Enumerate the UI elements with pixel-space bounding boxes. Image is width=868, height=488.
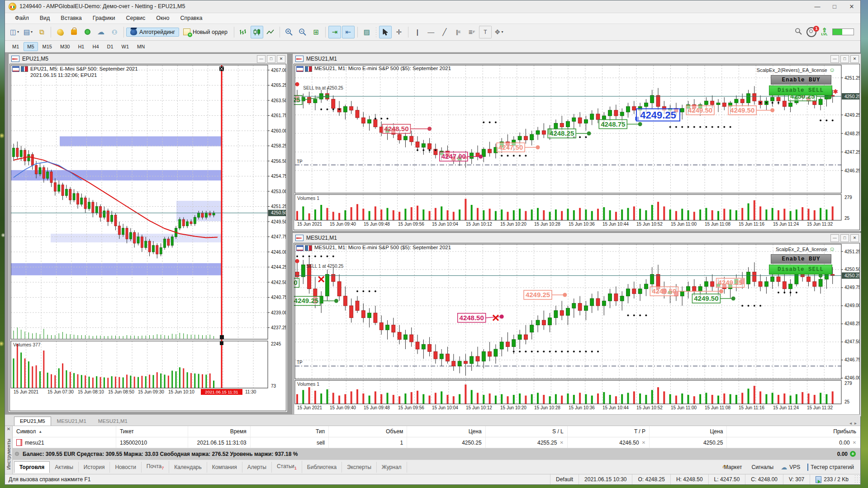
timeframe-button-H1[interactable]: H1 — [74, 42, 88, 51]
new-chart-button[interactable]: ◫▾ — [8, 26, 21, 38]
chart-maximize-button[interactable]: □ — [267, 55, 275, 63]
timeframe-button-M30[interactable]: M30 — [57, 42, 73, 51]
toolbox-tab-Почта[interactable]: Почта7 — [142, 461, 169, 473]
chart-tab-scroll[interactable]: ◂▸ — [849, 421, 860, 426]
position-row[interactable]: mesu211350020102021.06.15 11:31:03sell14… — [13, 437, 860, 448]
new-order-button[interactable]: Новый ордер — [179, 27, 232, 37]
enable-buy-button[interactable]: Enable BUY — [771, 75, 831, 85]
trendline-tool[interactable]: ╱ — [438, 26, 451, 38]
crosshair-tool-button[interactable]: ✛ — [393, 26, 405, 38]
chart-window-mesu21-m1-top[interactable]: MESU21,M1 — □ ✕ TP4250.254248.504247.004… — [292, 53, 861, 232]
depth-of-market-icon[interactable] — [296, 245, 304, 251]
minimize-button[interactable]: — — [809, 0, 826, 12]
bar-chart-mode-button[interactable] — [237, 26, 250, 38]
layouts-button[interactable]: ⧉ — [35, 26, 48, 38]
timeframe-button-MN[interactable]: MN — [133, 42, 148, 51]
service-button-Тестер стратегий[interactable]: Тестер стратегий — [807, 464, 854, 470]
clear-value-icon[interactable]: ✕ — [853, 440, 856, 445]
tab-scroll-left-icon[interactable]: ◂ — [849, 421, 852, 426]
column-header-9[interactable]: Прибыль — [727, 426, 860, 437]
maximize-button[interactable]: □ — [826, 0, 843, 12]
tab-scroll-right-icon[interactable]: ▸ — [854, 421, 857, 426]
profiles-button[interactable]: ▤▾ — [22, 26, 34, 38]
service-button-Маркет[interactable]: Маркет — [721, 464, 742, 470]
chart-shift-icon[interactable]: ⇤ — [342, 26, 355, 38]
depth-of-market-icon[interactable] — [296, 66, 304, 72]
toolbox-tab-Новости[interactable]: Новости — [110, 462, 141, 473]
menu-item-Файл[interactable]: Файл — [9, 14, 34, 22]
toolbox-tab-Эксперты[interactable]: Эксперты — [342, 462, 377, 473]
fibonacci-tool[interactable]: ≣F — [465, 26, 478, 38]
toolbox-tab-История[interactable]: История — [79, 462, 110, 473]
timeframe-button-M5[interactable]: M5 — [24, 42, 38, 51]
chart-tab-2[interactable]: MESU21,M1 — [92, 417, 133, 426]
column-header-6[interactable]: S / L — [486, 426, 568, 437]
column-header-2[interactable]: Время — [188, 426, 250, 437]
menu-item-Сервис[interactable]: Сервис — [121, 14, 151, 22]
toolbox-tab-Активы[interactable]: Активы — [50, 462, 79, 473]
disable-sell-button[interactable]: Disable SELL — [769, 85, 832, 95]
toolbox-tab-Торговля[interactable]: Торговля — [14, 461, 50, 473]
timeframe-button-W1[interactable]: W1 — [118, 42, 133, 51]
vps-icon[interactable]: ☁ — [95, 26, 107, 38]
menu-item-Вид[interactable]: Вид — [34, 14, 56, 22]
market-icon[interactable] — [67, 26, 80, 38]
menu-item-Вставка[interactable]: Вставка — [55, 14, 87, 22]
clear-value-icon[interactable]: ✕ — [560, 440, 563, 445]
chart-snapshot-icon[interactable]: ▨ — [360, 26, 373, 38]
chart-close-button[interactable]: ✕ — [850, 55, 859, 63]
depth-of-market-icon[interactable] — [12, 66, 19, 72]
menu-item-Графики[interactable]: Графики — [87, 14, 121, 22]
column-header-0[interactable]: Символ▲ — [13, 426, 116, 437]
disable-sell-button[interactable]: Disable SELL — [769, 265, 832, 275]
toolbox-sidebar[interactable]: ✕ Инструменты — [5, 426, 13, 474]
menu-item-Справка[interactable]: Справка — [175, 14, 208, 22]
chart-tab-1[interactable]: MESU21,M1 — [51, 417, 92, 426]
candlestick-mode-button[interactable] — [251, 26, 263, 38]
chart-maximize-button[interactable]: □ — [840, 55, 849, 63]
vertical-line-tool[interactable]: | — [411, 26, 424, 38]
column-header-8[interactable]: Цена — [650, 426, 727, 437]
cursor-tool-button[interactable] — [379, 26, 392, 38]
one-click-trading-icon[interactable] — [21, 66, 28, 72]
menu-item-Окно[interactable]: Окно — [151, 14, 175, 22]
chart-maximize-button[interactable]: □ — [840, 234, 849, 242]
deposit-icon[interactable] — [54, 26, 66, 38]
text-tool[interactable]: T — [479, 26, 492, 38]
chart-window-titlebar[interactable]: MESU21,M1 — □ ✕ — [293, 54, 861, 64]
chart-window-mesu21-m1-bottom[interactable]: MESU21,M1 — □ ✕ TP✱4250.004249.254248.50… — [292, 232, 861, 417]
chart-minimize-button[interactable]: — — [830, 55, 839, 63]
timeframe-button-H4[interactable]: H4 — [89, 42, 102, 51]
signals-icon[interactable] — [81, 26, 94, 38]
shapes-tool[interactable]: ❖▾ — [493, 26, 505, 38]
service-button-Сигналы[interactable]: Сигналы — [749, 464, 774, 470]
column-header-7[interactable]: T / P — [568, 426, 650, 437]
auto-scroll-icon[interactable]: ⇥ — [328, 26, 341, 38]
toolbox-tab-Алерты[interactable]: Алерты — [242, 462, 272, 473]
column-header-4[interactable]: Объем — [329, 426, 407, 437]
chart-minimize-button[interactable]: — — [830, 234, 839, 242]
clear-value-icon[interactable]: ✕ — [642, 440, 645, 445]
service-button-VPS[interactable]: ☁VPS — [781, 464, 800, 471]
column-header-1[interactable]: Тикет — [116, 426, 188, 437]
zoom-in-icon[interactable] — [283, 26, 295, 38]
timeframe-button-D1[interactable]: D1 — [104, 42, 117, 51]
line-chart-mode-button[interactable] — [264, 26, 277, 38]
chart-tab-0[interactable]: EPU21,M5 — [14, 417, 51, 426]
title-bar[interactable]: 1249440 - AMPGlobalEU-Demo: Демо-счет - … — [5, 0, 860, 13]
channel-tool[interactable]: ∥E — [452, 26, 465, 38]
toolbox-tab-Календарь[interactable]: Календарь — [169, 462, 207, 473]
algo-trading-button[interactable]: Алготрейдинг — [126, 28, 179, 37]
enable-buy-button[interactable]: Enable BUY — [771, 254, 831, 264]
resize-grip[interactable] — [854, 474, 860, 484]
timeframe-button-M15[interactable]: M15 — [39, 42, 56, 51]
chart-close-button[interactable]: ✕ — [277, 55, 285, 63]
account-icon[interactable]: 1 — [806, 27, 816, 37]
search-icon[interactable] — [795, 28, 802, 37]
close-button[interactable]: ✕ — [843, 0, 860, 12]
chart-window-titlebar[interactable]: EPU21,M5 — □ ✕ — [9, 54, 287, 64]
chart-window-titlebar[interactable]: MESU21,M1 — □ ✕ — [293, 233, 861, 243]
chart-close-button[interactable]: ✕ — [850, 234, 859, 242]
timeframe-button-M1[interactable]: M1 — [9, 42, 23, 51]
chart-window-epu21-m5[interactable]: EPU21,M5 — □ ✕ 4267.004265.254263.504261… — [8, 53, 288, 412]
